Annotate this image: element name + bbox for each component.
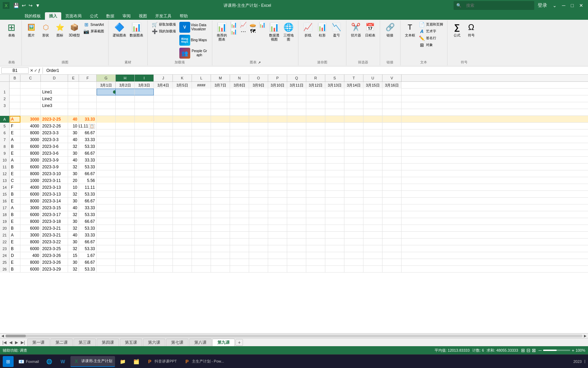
cell-v-23[interactable] [382,245,402,252]
row-header-18[interactable]: 18 [0,211,10,218]
cell-d-16[interactable]: 2023-3-14 [41,198,68,204]
cell-f-7[interactable]: 33.33 [79,136,97,143]
cell-t-16[interactable] [344,198,363,204]
cell-d-9[interactable]: 2023-3-6 [41,150,68,157]
start-button[interactable]: ⊞ [3,356,14,367]
cell-q-10[interactable] [287,157,306,164]
cell-c3[interactable] [20,102,41,109]
cell-h-7[interactable] [116,136,135,143]
cell-c-10[interactable]: 3000 [20,157,41,164]
cell-p-24[interactable] [268,252,287,259]
cell-f-16[interactable]: 66.67 [79,198,97,204]
cell-g-22[interactable] [97,239,116,245]
cell-s-5[interactable] [325,123,344,129]
cell-j-blank[interactable] [154,109,173,116]
cell-u-24[interactable] [363,252,382,259]
cell-h-20[interactable] [116,225,135,232]
cell-f-18[interactable]: 53.33 [79,211,97,218]
cell-s1[interactable] [325,89,344,95]
pie-chart-button[interactable]: 🥧 [248,21,257,28]
cell-d2[interactable]: Line2 [41,95,68,102]
cell-s-8[interactable] [325,143,344,150]
ribbon-display-button[interactable]: ⌄ [551,3,559,8]
cell-n-12[interactable] [230,170,249,177]
minimize-button[interactable]: ─ [560,3,568,8]
cell-f-12[interactable]: 66.67 [79,170,97,177]
header-footer-button[interactable]: 📄 页眉和页脚 [418,21,444,28]
cell-m-active[interactable] [211,116,230,123]
page-break-view-button[interactable]: ⊠ [532,348,536,353]
cell-s-active[interactable] [325,116,344,123]
confirm-formula-button[interactable]: ✓ [34,68,37,73]
cell-n-26[interactable] [230,266,249,273]
logic-chart-button[interactable]: 🔷 逻辑图表 [111,21,128,38]
cell-m-6[interactable] [211,129,230,136]
cell-i-active[interactable] [135,116,154,123]
row-header-19[interactable]: 19 [0,218,10,225]
cell-o3[interactable] [249,102,268,109]
cell-u-8[interactable] [363,143,382,150]
row-header-2[interactable]: 2 [0,95,10,102]
row-header-23[interactable]: 23 [0,245,10,252]
cell-r3[interactable] [306,102,325,109]
cell-f-10[interactable]: 33.33 [79,157,97,164]
cell-s2[interactable] [325,95,344,102]
cell-f-blank[interactable] [79,109,97,116]
cell-f3[interactable] [79,102,97,109]
cell-h-19[interactable] [116,218,135,225]
cell-s-22[interactable] [325,239,344,245]
cell-b-8[interactable]: B [10,143,20,150]
cell-d-date[interactable] [41,82,68,89]
cell-b-5[interactable]: F [10,123,20,129]
cell-s-date[interactable]: 3月13日 [325,82,344,89]
cell-q-24[interactable] [287,252,306,259]
cell-p-26[interactable] [268,266,287,273]
cell-e-14[interactable]: 10 [68,184,79,191]
cell-j-5[interactable] [154,123,173,129]
cell-j-active[interactable] [154,116,173,123]
cell-i-date[interactable]: 3月3日 [135,82,154,89]
cell-t-25[interactable] [344,259,363,266]
cell-b3[interactable] [10,102,20,109]
cell-u-13[interactable] [363,177,382,184]
scroll-left-button[interactable]: ◀ [1,334,4,338]
cell-b-date[interactable] [10,82,20,89]
cell-t-20[interactable] [344,225,363,232]
col-header-r[interactable]: R [306,75,325,81]
cell-m-19[interactable] [211,218,230,225]
cell-e-6[interactable]: 30 [68,129,79,136]
cell-u-10[interactable] [363,157,382,164]
cell-d-active[interactable]: 2023-2-25 [41,116,68,123]
cell-o-19[interactable] [249,218,268,225]
cell-i-8[interactable] [135,143,154,150]
cell-g-5[interactable] [97,123,116,129]
cell-h-17[interactable] [116,204,135,211]
cell-s3[interactable] [325,102,344,109]
tab-view[interactable]: 视图 [135,12,151,20]
col-header-h[interactable]: H [116,75,135,81]
cell-e-10[interactable]: 40 [68,157,79,164]
cell-c-8[interactable]: 6000 [20,143,41,150]
cell-r-23[interactable] [306,245,325,252]
cell-r-7[interactable] [306,136,325,143]
cell-o-24[interactable] [249,252,268,259]
cell-d-23[interactable]: 2023-3-25 [41,245,68,252]
cell-h-date[interactable]: 3月2日 [116,82,135,89]
formula-button[interactable]: ∑ 公式 [450,21,464,38]
cell-v1[interactable] [382,89,402,95]
cell-h-15[interactable] [116,191,135,198]
cell-c-15[interactable]: 6000 [20,191,41,198]
cell-c2[interactable] [20,95,41,102]
cell-u-18[interactable] [363,211,382,218]
col-header-p[interactable]: P [268,75,287,81]
cell-o-16[interactable] [249,198,268,204]
cell-f-19[interactable]: 66.67 [79,218,97,225]
cell-d-20[interactable]: 2023-3-21 [41,225,68,232]
cell-v-21[interactable] [382,232,402,239]
cell-s-26[interactable] [325,266,344,273]
cell-t3[interactable] [344,102,363,109]
cell-c-23[interactable]: 6000 [20,245,41,252]
cell-n-14[interactable] [230,184,249,191]
cell-j-26[interactable] [154,266,173,273]
cell-g-18[interactable] [97,211,116,218]
